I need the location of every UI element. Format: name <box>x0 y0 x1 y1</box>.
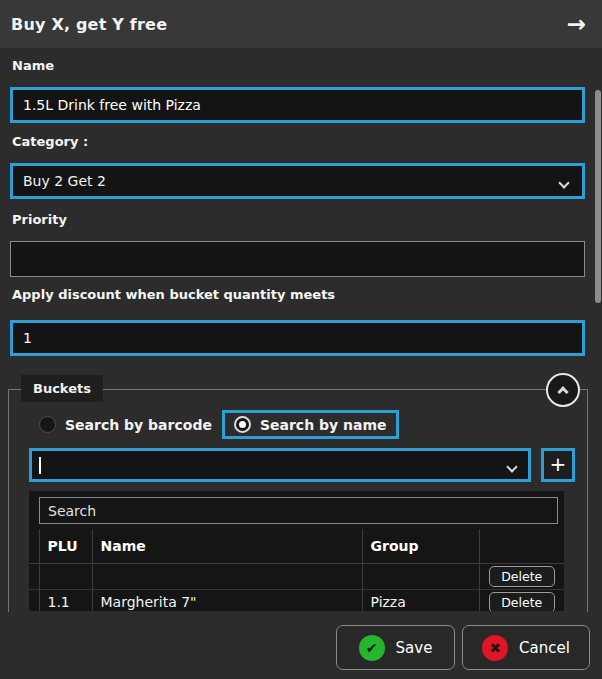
chevron-down-icon <box>506 461 517 472</box>
add-button[interactable]: + <box>541 448 575 482</box>
check-icon: ✔ <box>359 635 385 661</box>
dialog-footer: ✔ Save ✖ Cancel <box>0 612 602 679</box>
category-selected-value: Buy 2 Get 2 <box>23 173 106 189</box>
bucket-items-table: PLU Name Group Delete <box>29 529 564 611</box>
search-input[interactable] <box>39 497 558 524</box>
delete-button[interactable]: Delete <box>489 566 555 587</box>
radio-unchecked-icon <box>39 416 56 433</box>
bucket-items-panel: PLU Name Group Delete <box>29 491 564 611</box>
radio-name-label: Search by name <box>260 417 387 433</box>
radio-barcode-label: Search by barcode <box>65 417 212 433</box>
cancel-button[interactable]: ✖ Cancel <box>462 625 590 670</box>
priority-label: Priority <box>12 212 67 227</box>
forward-arrow-icon[interactable]: → <box>567 13 586 36</box>
x-icon: ✖ <box>482 635 508 661</box>
text-cursor <box>39 457 41 474</box>
quantity-input[interactable] <box>10 320 585 356</box>
header-spacer <box>29 529 39 563</box>
header-name: Name <box>92 529 362 563</box>
delete-button[interactable]: Delete <box>489 592 555 612</box>
collapse-button[interactable] <box>546 373 580 407</box>
chevron-down-icon <box>558 177 569 188</box>
quantity-label: Apply discount when bucket quantity meet… <box>12 287 335 302</box>
cell-group: Pizza <box>362 589 479 611</box>
cell-name: Margherita 7" <box>92 589 362 611</box>
save-label: Save <box>396 639 433 657</box>
buy-x-get-y-dialog: Buy X, get Y free → Name Category : Buy … <box>0 0 602 679</box>
radio-search-by-barcode[interactable]: Search by barcode <box>31 412 220 437</box>
name-input[interactable] <box>10 87 585 123</box>
product-search-select[interactable] <box>29 448 531 482</box>
cell-plu <box>39 563 92 589</box>
header-group: Group <box>362 529 479 563</box>
header-plu: PLU <box>39 529 92 563</box>
buckets-section: Buckets Search by barcode Search by name… <box>8 389 588 612</box>
search-mode-radio-group: Search by barcode Search by name <box>31 410 399 439</box>
cell-name <box>92 563 362 589</box>
radio-checked-icon <box>234 416 251 433</box>
dialog-titlebar: Buy X, get Y free → <box>0 0 602 48</box>
dialog-title: Buy X, get Y free <box>11 15 167 34</box>
category-label: Category : <box>12 134 88 149</box>
scrollbar-thumb[interactable] <box>595 90 601 303</box>
cell-group <box>362 563 479 589</box>
cell-plu: 1.1 <box>39 589 92 611</box>
save-button[interactable]: ✔ Save <box>336 625 455 670</box>
header-actions <box>479 529 564 563</box>
name-label: Name <box>12 58 54 73</box>
chevron-up-icon <box>557 386 568 397</box>
table-row: Delete <box>29 563 564 589</box>
buckets-legend: Buckets <box>21 375 103 402</box>
table-row: 1.1 Margherita 7" Pizza Delete <box>29 589 564 611</box>
table-header-row: PLU Name Group <box>29 529 564 563</box>
radio-search-by-name[interactable]: Search by name <box>222 410 399 439</box>
category-select[interactable]: Buy 2 Get 2 <box>10 163 585 199</box>
priority-input[interactable] <box>10 241 585 277</box>
cancel-label: Cancel <box>519 639 570 657</box>
